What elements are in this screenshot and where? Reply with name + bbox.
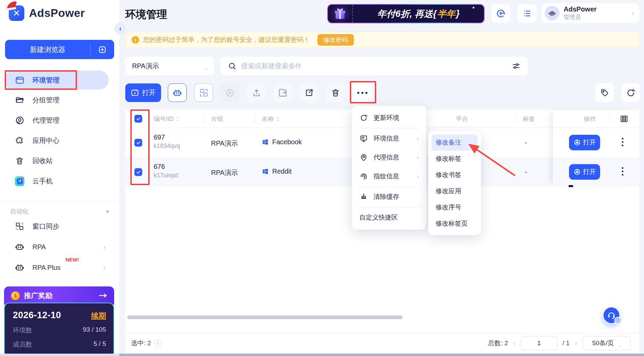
export-upload-button[interactable] <box>247 83 266 102</box>
share-export-button[interactable] <box>300 83 318 102</box>
chevron-right-icon: › <box>417 135 419 142</box>
ellipsis-icon <box>357 92 367 94</box>
submenu-item-edit-remark[interactable]: 修改备注 <box>432 134 478 151</box>
sidebar-item-rpa-plus[interactable]: RPA Plus › <box>0 259 119 276</box>
prev-page-icon[interactable]: ‹ <box>513 339 515 347</box>
submenu-item-edit-serial[interactable]: 修改序号 <box>432 199 478 215</box>
menu-item-label: 清除缓存 <box>373 193 399 201</box>
select-all-checkbox[interactable] <box>134 115 142 123</box>
sidebar-item-groups[interactable]: 分组管理 <box>0 92 119 108</box>
environment-name: Facebook <box>272 138 302 146</box>
promo-sale-banner[interactable]: 年付6折, 再送{半年} <box>327 4 485 23</box>
row-name-cell: Reddit <box>262 168 292 175</box>
new-browser-button[interactable]: 新建浏览器 <box>5 40 114 59</box>
divider <box>357 207 421 207</box>
page-number-input[interactable] <box>521 336 557 350</box>
brand-logo[interactable]: ✕ AdsPower <box>9 5 85 21</box>
sidebar-item-label: 环境管理 <box>32 76 59 85</box>
row-more-menu-button[interactable] <box>622 167 623 176</box>
row-open-button[interactable]: 打开 <box>569 135 600 150</box>
filter-sliders-icon[interactable] <box>512 62 520 70</box>
row-checkbox[interactable] <box>134 168 142 176</box>
support-button[interactable]: → <box>602 306 620 324</box>
submenu-item-edit-bookmark[interactable]: 修改书签 <box>432 167 478 183</box>
sidebar-item-label: 窗口同步 <box>32 222 59 231</box>
sidebar-item-proxies[interactable]: 代理管理 <box>0 112 119 129</box>
monitor-icon <box>359 134 368 143</box>
table-footer: 选中: 2 × 总数: 2 ‹ / 1 › 50条/页 ˬ <box>125 333 639 353</box>
page-title: 环境管理 <box>125 7 167 22</box>
sidebar-item-app-center[interactable]: 应用中心 <box>0 132 119 149</box>
column-header-tag: 标签 <box>523 115 535 123</box>
new-badge: NEW! <box>66 257 79 262</box>
trash-icon <box>331 88 340 97</box>
submenu-item-edit-tabs[interactable]: 修改标签页 <box>432 215 478 232</box>
adspower-logo-icon: ✕ <box>9 5 24 21</box>
page-size-select[interactable]: 50条/页 ˬ <box>583 336 630 350</box>
user-role: 管理员 <box>564 13 597 21</box>
menu-item-proxy-info[interactable]: 代理信息 › <box>352 148 426 167</box>
menu-item-update-environment[interactable]: 更新环境 <box>352 108 426 127</box>
sidebar-section-automation[interactable]: 自动化 ▾ <box>10 205 109 218</box>
submenu-item-edit-tag[interactable]: 修改标签 <box>432 151 478 167</box>
open-button-label: 打开 <box>583 138 596 147</box>
check-icon <box>136 170 141 175</box>
menu-item-clear-cache[interactable]: 清除缓存 <box>352 187 426 206</box>
renew-link[interactable]: 续期 <box>91 311 106 321</box>
rpa-task-button[interactable] <box>168 83 187 102</box>
sidebar-item-rpa[interactable]: RPA › <box>0 238 119 255</box>
quick-create-icon[interactable] <box>91 45 114 54</box>
column-settings-icon[interactable] <box>620 115 628 123</box>
referral-reward-banner[interactable]: $ 推广奖励 <box>4 286 114 305</box>
search-input[interactable] <box>241 62 507 70</box>
sidebar-item-cloud-phone[interactable]: ↺ 云手机 <box>0 173 119 189</box>
row-open-button[interactable]: 打开 <box>569 164 600 180</box>
refresh-icon <box>626 88 636 98</box>
column-header-id[interactable]: 编号/ID <box>154 115 180 123</box>
change-password-button[interactable]: 修改密码 <box>317 34 354 46</box>
horizontal-scrollbar[interactable] <box>127 315 403 319</box>
refresh-list-button[interactable] <box>621 83 640 102</box>
more-actions-button[interactable] <box>353 83 372 102</box>
task-list-button[interactable] <box>518 4 537 23</box>
menu-item-custom-shortcut[interactable]: 自定义快捷区 <box>352 208 426 227</box>
window-sync-icon <box>15 222 24 231</box>
next-page-icon[interactable]: › <box>575 339 577 347</box>
sidebar: ✕ AdsPower 新建浏览器 环境管理 <box>0 0 119 356</box>
close-selected-button[interactable] <box>221 83 239 102</box>
sidebar-item-environments[interactable]: 环境管理 <box>4 71 109 90</box>
menu-item-label: 指纹信息 <box>373 172 399 181</box>
sidebar-collapse-button[interactable]: ‹ <box>114 23 126 34</box>
upload-icon <box>252 88 261 97</box>
sort-icon[interactable] <box>176 116 180 122</box>
banner-text-highlight: 半年 <box>437 8 456 20</box>
browser-icon <box>573 168 581 176</box>
open-browser-button[interactable]: 打开 <box>125 83 161 102</box>
window-sync-button[interactable] <box>194 83 213 102</box>
sidebar-item-label: RPA <box>32 243 46 251</box>
sync-update-button[interactable] <box>491 4 510 23</box>
search-icon <box>228 62 236 70</box>
column-header-name[interactable]: 名称 <box>262 115 280 123</box>
sort-icon[interactable] <box>276 116 280 122</box>
sidebar-item-window-sync[interactable]: 窗口同步 › <box>0 218 119 235</box>
menu-item-environment-info[interactable]: 环境信息 › <box>352 129 426 148</box>
environment-id: k17uivpd <box>154 172 178 179</box>
clear-selection-icon[interactable]: × <box>154 340 161 347</box>
submenu-item-edit-app[interactable]: 修改应用 <box>432 183 478 199</box>
tag-manage-button[interactable] <box>595 83 614 102</box>
sidebar-item-recycle-bin[interactable]: 回收站 <box>0 152 119 169</box>
delete-button[interactable] <box>326 83 345 102</box>
chevron-down-icon: ▾ <box>106 208 109 215</box>
user-profile[interactable]: AdsPower 管理员 › <box>541 3 639 23</box>
row-more-menu-button[interactable] <box>622 138 623 146</box>
arrow-right-icon: → <box>614 317 621 324</box>
location-pin-icon <box>359 153 368 161</box>
import-button[interactable] <box>273 83 292 102</box>
group-filter-select[interactable]: RPA演示 ˬ <box>125 57 214 75</box>
row-checkbox[interactable] <box>134 139 142 147</box>
page-total: / 1 <box>563 339 570 347</box>
menu-item-fingerprint-info[interactable]: 指纹信息 › <box>352 167 426 186</box>
row-tag-cell: - <box>525 139 527 147</box>
x-circle-icon <box>225 88 235 98</box>
